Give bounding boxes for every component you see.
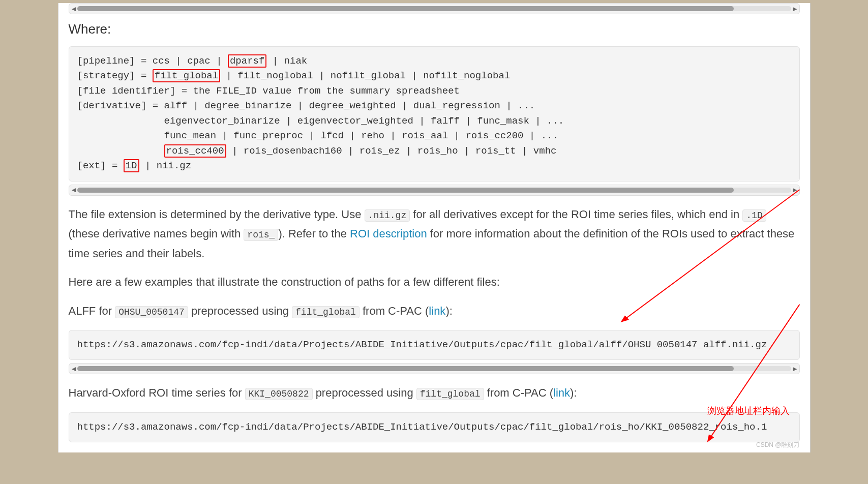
- scroll-right-icon[interactable]: ▶: [791, 187, 798, 193]
- inline-code-1d: .1D: [742, 209, 766, 222]
- scrollbar-code2[interactable]: ◀ ▶: [69, 363, 800, 374]
- inline-code-filtglobal: filt_global: [292, 306, 360, 318]
- inline-code-niigz: .nii.gz: [365, 209, 410, 222]
- scroll-right-icon[interactable]: ▶: [791, 366, 798, 372]
- scrollbar-top[interactable]: ◀ ▶: [69, 3, 800, 14]
- scroll-left-icon[interactable]: ◀: [70, 6, 77, 12]
- ho-link[interactable]: link: [553, 386, 570, 399]
- paragraph-ho-example: Harvard-Oxford ROI time series for KKI_0…: [69, 383, 800, 403]
- scroll-left-icon[interactable]: ◀: [70, 187, 77, 193]
- code-block-ho-url: https://s3.amazonaws.com/fcp-indi/data/P…: [69, 412, 800, 442]
- scroll-left-icon[interactable]: ◀: [70, 366, 77, 372]
- inline-code-filtglobal2: filt_global: [416, 388, 484, 400]
- paragraph-examples-intro: Here are a few examples that illustrate …: [69, 273, 800, 292]
- inline-code-rois: rois_: [244, 229, 278, 241]
- code-block-definitions: [pipeline] = ccs | cpac | dparsf | niak …: [69, 46, 800, 182]
- highlight-1d: 1D: [124, 159, 139, 172]
- paragraph-alff-example: ALFF for OHSU_0050147 preprocessed using…: [69, 301, 800, 321]
- scrollbar-code1[interactable]: ◀ ▶: [69, 185, 800, 196]
- code-block-alff-url: https://s3.amazonaws.com/fcp-indi/data/P…: [69, 330, 800, 360]
- watermark: CSDN @雕刻刀: [756, 441, 800, 449]
- highlight-dparsf: dparsf: [228, 54, 266, 68]
- scroll-right-icon[interactable]: ▶: [791, 6, 798, 12]
- highlight-filt-global: filt_global: [153, 69, 220, 82]
- roi-description-link[interactable]: ROI description: [350, 227, 427, 240]
- inline-code-ohsu: OHSU_0050147: [115, 306, 188, 318]
- annotation-browser-input: 浏览器地址栏内输入: [707, 405, 790, 417]
- where-heading: Where:: [69, 21, 800, 37]
- paragraph-extension: The file extension is determined by the …: [69, 205, 800, 264]
- highlight-rois-cc400: rois_cc400: [164, 144, 226, 158]
- inline-code-kki: KKI_0050822: [245, 388, 313, 400]
- alff-link[interactable]: link: [429, 305, 445, 317]
- document-content: ◀ ▶ Where: [pipeline] = ccs | cpac | dpa…: [58, 3, 811, 452]
